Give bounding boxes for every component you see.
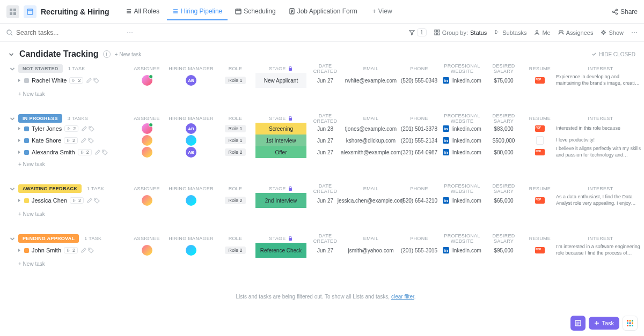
- group-label[interactable]: PENDING APPROVAL: [18, 234, 79, 243]
- subtasks-button[interactable]: Subtasks: [494, 29, 526, 36]
- pdf-icon[interactable]: [535, 125, 545, 132]
- filter-button[interactable]: 1: [409, 28, 427, 36]
- chevron-down-icon[interactable]: [9, 235, 16, 242]
- role-chip[interactable]: Role 1: [225, 125, 245, 132]
- col-resume[interactable]: RESUME: [524, 66, 556, 71]
- tag-icon[interactable]: [88, 138, 94, 144]
- task-name[interactable]: Rachel White: [32, 77, 67, 84]
- col-interest[interactable]: INTEREST: [556, 236, 644, 241]
- role-chip[interactable]: Role 2: [225, 197, 245, 204]
- col-stage[interactable]: STAGE: [255, 116, 306, 121]
- task-row[interactable]: Tyler Jones2ABRole 1ScreeningJun 28tjone…: [8, 123, 644, 135]
- col-date-created[interactable]: DATE CREATED: [306, 233, 344, 244]
- status-dot[interactable]: [24, 138, 29, 143]
- hide-closed-button[interactable]: HIDE CLOSED: [591, 51, 635, 57]
- col-resume[interactable]: RESUME: [524, 236, 556, 241]
- col-desired-salary[interactable]: DESIRED SALARY: [484, 183, 524, 194]
- col-phone[interactable]: PHONE: [398, 66, 441, 71]
- phone-cell[interactable]: (520) 654-3210: [398, 198, 441, 204]
- board-icon[interactable]: [24, 5, 36, 18]
- tab-hiring-pipeline[interactable]: Hiring Pipeline: [167, 3, 228, 20]
- task-row[interactable]: Rachel White2ABRole 1New ApplicantJun 27…: [8, 73, 644, 88]
- email-cell[interactable]: rwhite@example.com: [344, 78, 398, 84]
- role-chip[interactable]: Role 2: [225, 148, 245, 156]
- email-cell[interactable]: jessica.chen@example.com: [344, 198, 398, 204]
- email-cell[interactable]: jsmith@yahoo.com: [344, 248, 398, 253]
- task-name[interactable]: Alexandra Smith: [32, 149, 75, 155]
- more-icon[interactable]: [127, 29, 133, 36]
- col-hiring-manager[interactable]: HIRING MANAGER: [167, 66, 215, 71]
- col-profesional-website[interactable]: PROFESIONAL WEBSITE: [441, 183, 484, 194]
- col-date-created[interactable]: DATE CREATED: [306, 183, 344, 194]
- col-role[interactable]: ROLE: [215, 236, 255, 241]
- clear-filter-link[interactable]: clear filter: [391, 294, 414, 300]
- stage-cell[interactable]: 2nd Interview: [255, 193, 306, 208]
- status-dot[interactable]: [24, 150, 29, 155]
- email-cell[interactable]: tjones@example.com: [344, 126, 398, 132]
- task-row[interactable]: John Smith2Role 2Reference CheckJun 27js…: [8, 243, 644, 258]
- task-name[interactable]: Tyler Jones: [32, 125, 62, 132]
- avatar[interactable]: [142, 123, 152, 134]
- col-desired-salary[interactable]: DESIRED SALARY: [484, 113, 524, 124]
- website-cell[interactable]: inlinkedin.com: [441, 77, 484, 84]
- role-chip[interactable]: Role 1: [225, 137, 245, 144]
- new-view-button[interactable]: + View: [367, 3, 398, 20]
- website-cell[interactable]: inlinkedin.com: [441, 149, 484, 155]
- col-hiring-manager[interactable]: HIRING MANAGER: [167, 186, 215, 191]
- col-role[interactable]: ROLE: [215, 186, 255, 191]
- col-profesional-website[interactable]: PROFESIONAL WEBSITE: [441, 63, 484, 74]
- edit-icon[interactable]: [81, 126, 87, 132]
- col-interest[interactable]: INTEREST: [556, 186, 644, 191]
- new-task-button[interactable]: + New task: [8, 208, 644, 222]
- share-button[interactable]: Share: [612, 8, 638, 16]
- edit-icon[interactable]: [86, 78, 92, 84]
- search-input[interactable]: [16, 29, 123, 36]
- col-desired-salary[interactable]: DESIRED SALARY: [484, 63, 524, 74]
- avatar[interactable]: [186, 195, 196, 206]
- new-task-button[interactable]: + New task: [8, 88, 644, 102]
- website-cell[interactable]: inlinkedin.com: [441, 125, 484, 132]
- edit-icon[interactable]: [94, 150, 100, 155]
- tab-scheduling[interactable]: Scheduling: [230, 3, 281, 20]
- chevron-right-icon[interactable]: [17, 150, 21, 154]
- col-resume[interactable]: RESUME: [524, 186, 556, 191]
- group-by-button[interactable]: Group by: Status: [434, 29, 487, 36]
- subtask-badge[interactable]: 2: [64, 125, 78, 132]
- role-chip[interactable]: Role 1: [225, 77, 245, 84]
- new-task-button[interactable]: + New task: [8, 258, 644, 272]
- tag-icon[interactable]: [88, 248, 94, 253]
- col-role[interactable]: ROLE: [215, 116, 255, 121]
- col-assignee[interactable]: ASSIGNEE: [127, 116, 167, 121]
- dashboard-icon[interactable]: [6, 5, 19, 18]
- stage-cell[interactable]: Reference Check: [255, 243, 306, 258]
- avatar[interactable]: [142, 75, 152, 86]
- tag-icon[interactable]: [94, 198, 100, 204]
- info-icon[interactable]: i: [103, 50, 111, 58]
- tag-icon[interactable]: [102, 150, 108, 155]
- avatar[interactable]: AB: [186, 147, 196, 158]
- tag-icon[interactable]: [93, 78, 99, 84]
- tag-icon[interactable]: [89, 126, 94, 132]
- col-email[interactable]: EMAIL: [344, 236, 398, 241]
- col-date-created[interactable]: DATE CREATED: [306, 113, 344, 124]
- col-stage[interactable]: STAGE: [255, 186, 306, 191]
- stage-cell[interactable]: Screening: [255, 123, 306, 135]
- new-task-button[interactable]: + New task: [8, 158, 644, 173]
- phone-cell[interactable]: (201) 555-3015: [398, 248, 441, 253]
- chevron-down-icon[interactable]: [9, 65, 16, 72]
- col-interest[interactable]: INTEREST: [556, 116, 644, 121]
- col-stage[interactable]: STAGE: [255, 66, 306, 71]
- subtask-badge[interactable]: 2: [69, 77, 83, 84]
- group-label[interactable]: AWAITING FEEDBACK: [18, 184, 82, 193]
- chevron-right-icon[interactable]: [17, 248, 21, 252]
- subtask-badge[interactable]: 2: [70, 197, 84, 204]
- col-resume[interactable]: RESUME: [524, 116, 556, 121]
- stage-cell[interactable]: Offer: [255, 146, 306, 158]
- col-hiring-manager[interactable]: HIRING MANAGER: [167, 116, 215, 121]
- phone-cell[interactable]: (520) 555-0348: [398, 78, 441, 84]
- avatar[interactable]: AB: [186, 75, 196, 86]
- status-dot[interactable]: [24, 198, 29, 203]
- group-label[interactable]: IN PROGRESS: [18, 114, 62, 123]
- col-phone[interactable]: PHONE: [398, 186, 441, 191]
- chevron-down-icon[interactable]: [8, 50, 15, 58]
